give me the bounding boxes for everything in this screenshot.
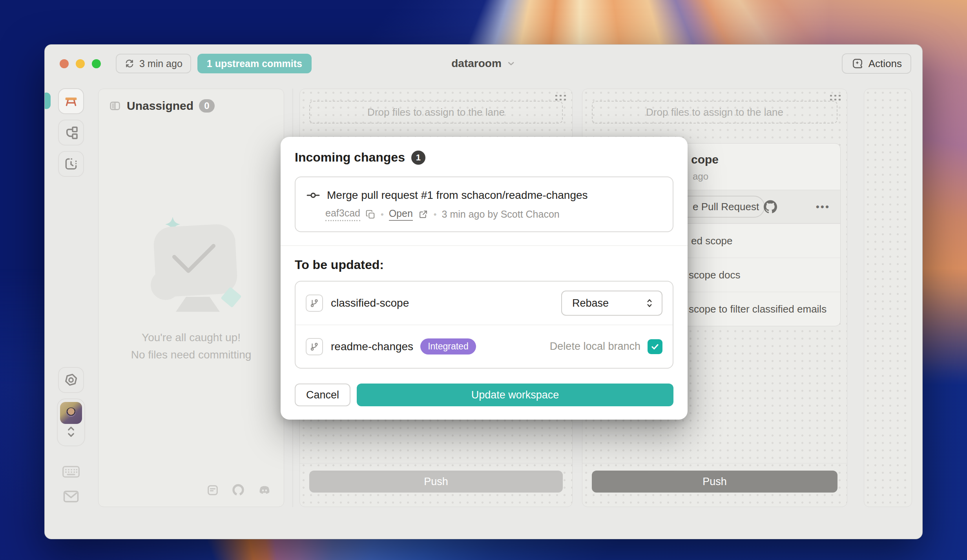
open-source-icon[interactable]: [231, 483, 245, 497]
sync-icon: [124, 58, 135, 69]
lane-3-partial: [864, 89, 912, 507]
pr-button-label-fragment: e Pull Request: [693, 201, 759, 213]
selected-strategy: Rebase: [572, 297, 609, 309]
delete-local-branch-checkbox[interactable]: [648, 339, 662, 354]
keyboard-shortcuts-button[interactable]: [62, 465, 80, 479]
branch-card-time-fragment: ago: [693, 171, 830, 182]
branch-name: readme-changes: [331, 340, 413, 353]
unassigned-count-badge: 0: [199, 99, 215, 113]
branches-to-update-card: classified-scope Rebase readme-changes I…: [295, 281, 673, 369]
unassigned-title: Unassigned: [127, 99, 193, 113]
commit-message-fragment: ed scope: [691, 235, 733, 247]
pr-state-link[interactable]: Open: [389, 208, 413, 221]
modal-footer: Cancel Update workspace: [295, 384, 673, 406]
branches-tab-button[interactable]: [58, 120, 84, 145]
minimize-window-button[interactable]: [76, 59, 85, 68]
close-window-button[interactable]: [60, 59, 69, 68]
upstream-commits-badge[interactable]: 1 upstream commits: [197, 54, 312, 73]
commit-message-fragment: scope to filter classified emails: [689, 303, 827, 315]
gear-icon: [64, 373, 78, 387]
chevron-up-down-icon: [65, 424, 77, 440]
icon-rail: [45, 82, 97, 539]
lane-drag-handle[interactable]: [829, 94, 841, 101]
modal-header: Incoming changes 1: [295, 150, 673, 165]
lane-1-footer: Push: [300, 463, 572, 507]
lane-drag-handle[interactable]: [554, 94, 566, 101]
commit-icon: [307, 190, 320, 200]
account-switcher[interactable]: [57, 398, 85, 446]
history-clock-icon: [64, 156, 78, 171]
fetch-status-button[interactable]: 3 min ago: [116, 54, 191, 73]
settings-button[interactable]: [58, 367, 84, 393]
empty-state-line2: No files need committing: [99, 346, 284, 364]
cancel-button[interactable]: Cancel: [295, 384, 350, 406]
commit-meta-row: eaf3cad • Open • 3 min ago by Scott Chac…: [325, 207, 662, 221]
traffic-lights: [60, 59, 101, 68]
workbench-icon: [63, 93, 79, 109]
workspace-tab-button[interactable]: [58, 88, 84, 114]
release-notes-icon[interactable]: [206, 484, 219, 497]
chevron-up-down-icon: [644, 297, 655, 309]
commit-title-row: Merge pull request #1 from schacon/readm…: [307, 189, 662, 202]
lane-1-dropzone[interactable]: Drop files to assign to the lane: [309, 101, 563, 124]
commit-message: Merge pull request #1 from schacon/readm…: [327, 189, 588, 202]
modal-title: Incoming changes: [295, 150, 405, 165]
update-workspace-button[interactable]: Update workspace: [357, 384, 673, 406]
branches-icon: [64, 125, 78, 140]
branch-row-readme-changes: readme-changes Integrated Delete local b…: [296, 325, 673, 368]
lane-2-dropzone[interactable]: Drop files to assign to the lane: [592, 101, 837, 124]
discord-icon[interactable]: [257, 484, 272, 497]
branch-icon: [306, 295, 323, 312]
push-button[interactable]: Push: [592, 471, 837, 493]
branch-menu-ellipsis[interactable]: •••: [816, 201, 830, 213]
window-toolbar: 3 min ago 1 upstream commits dataroom Ac…: [45, 45, 922, 82]
modal-divider: [281, 245, 688, 246]
commit-message-fragment: scope docs: [689, 269, 741, 281]
push-button-disabled[interactable]: Push: [309, 471, 563, 493]
mail-feedback-button[interactable]: [63, 489, 79, 504]
unassigned-header: Unassigned 0: [99, 89, 284, 123]
separator-dot: •: [381, 209, 384, 220]
separator-dot: •: [434, 209, 437, 220]
branch-card-title-fragment: cope: [691, 153, 830, 166]
sparkle-box-icon: [851, 57, 864, 70]
fetch-time-label: 3 min ago: [139, 58, 182, 69]
chevron-down-icon: [506, 59, 516, 68]
external-link-icon[interactable]: [418, 209, 429, 220]
empty-state-text: You're all caught up! No files need comm…: [99, 329, 284, 364]
project-title: dataroom: [451, 57, 502, 70]
branch-row-classified-scope: classified-scope Rebase: [296, 282, 673, 325]
split-view-icon: [109, 100, 121, 112]
actions-label: Actions: [868, 58, 902, 70]
zoom-window-button[interactable]: [92, 59, 101, 68]
user-avatar: [60, 402, 82, 424]
commit-sha[interactable]: eaf3cad: [325, 207, 360, 221]
branch-name: classified-scope: [331, 297, 409, 309]
copy-icon[interactable]: [365, 209, 376, 220]
project-switcher[interactable]: dataroom: [451, 57, 516, 70]
lane-2-footer: Push: [582, 463, 847, 507]
delete-local-branch-label: Delete local branch: [550, 340, 640, 353]
github-icon: [764, 200, 777, 213]
incoming-changes-modal: Incoming changes 1 Merge pull request #1…: [281, 137, 688, 420]
integrated-badge: Integrated: [420, 338, 476, 355]
branch-icon: [306, 338, 323, 355]
history-tab-button[interactable]: [58, 151, 84, 177]
unassigned-panel: Unassigned 0 You're all caught up! No: [98, 89, 284, 507]
empty-state-line1: You're all caught up!: [99, 329, 284, 346]
commit-meta: 3 min ago by Scott Chacon: [442, 209, 560, 220]
to-be-updated-title: To be updated:: [295, 258, 673, 272]
incoming-count-badge: 1: [411, 151, 425, 165]
active-tab-indicator: [44, 93, 51, 109]
actions-button[interactable]: Actions: [842, 53, 911, 74]
caught-up-illustration: [126, 216, 256, 318]
incoming-commit-card: Merge pull request #1 from schacon/readm…: [295, 176, 673, 232]
merge-strategy-select[interactable]: Rebase: [561, 291, 662, 316]
panel-footer-links: [206, 483, 272, 497]
